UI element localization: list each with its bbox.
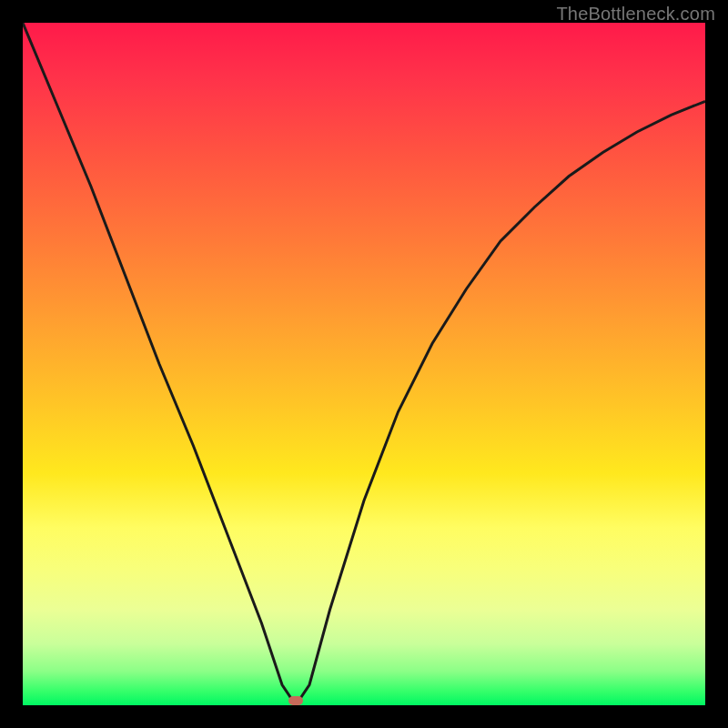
plot-area xyxy=(23,23,705,705)
minimum-marker xyxy=(288,696,303,705)
bottleneck-curve xyxy=(23,23,705,705)
chart-frame: TheBottleneck.com xyxy=(0,0,728,728)
watermark-text: TheBottleneck.com xyxy=(556,4,715,25)
